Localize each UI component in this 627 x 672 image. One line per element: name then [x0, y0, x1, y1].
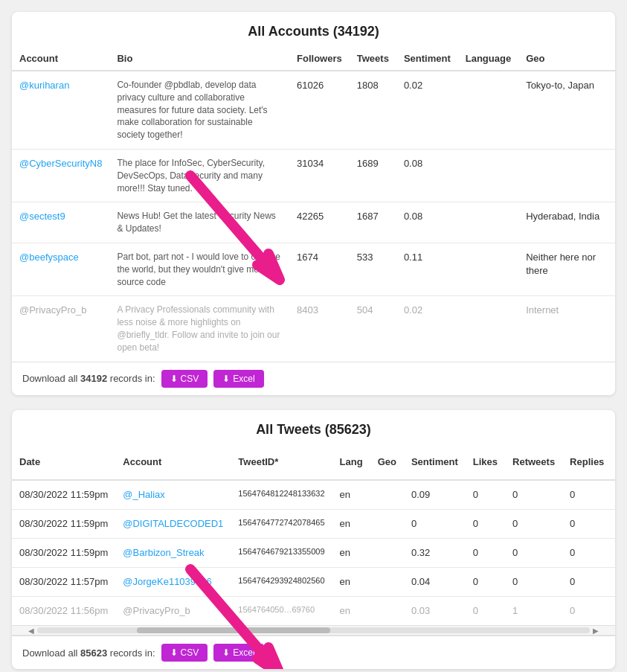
col-sentiment: Sentiment [396, 47, 458, 71]
retweets-cell: 0 [505, 509, 562, 538]
download-icon: ⬇ [170, 374, 178, 384]
tweetid-cell: 1564764772742078465 [231, 509, 332, 538]
link-domain-cell [611, 538, 615, 567]
account-link[interactable]: @PrivacyPro_b [19, 304, 87, 316]
replies-cell: 0 [562, 480, 611, 510]
horizontal-scrollbar[interactable]: ◀ ▶ [12, 625, 615, 636]
account-cell: @sectest9 [12, 202, 109, 243]
geo-cell [370, 480, 404, 510]
tweets-csv-button[interactable]: ⬇ CSV [161, 644, 208, 662]
geo-cell: Tokyo-to, Japan [518, 71, 615, 149]
geo-cell [370, 509, 404, 538]
scroll-left-icon[interactable]: ◀ [25, 627, 37, 635]
account-link[interactable]: @kuriharan [19, 80, 69, 91]
accounts-table-scroll[interactable]: Account Bio Followers Tweets Sentiment L… [12, 47, 615, 362]
scrollbar-thumb[interactable] [137, 627, 330, 633]
sentiment-cell: 0.02 [396, 296, 458, 362]
retweets-cell: 0 [505, 480, 562, 510]
account-cell: @Barbizon_Streak [115, 538, 231, 567]
sentiment-cell: 0.02 [396, 71, 458, 149]
accounts-title: All Accounts (34192) [12, 12, 615, 47]
geo-cell: Internet [518, 296, 615, 362]
col-date: Date [12, 445, 115, 480]
accounts-table-row: @kuriharan Co-founder @pbdlab, develop d… [12, 71, 615, 149]
scroll-right-icon[interactable]: ▶ [590, 627, 602, 635]
followers-cell: 42265 [289, 202, 350, 243]
sentiment-cell: 0.32 [404, 538, 466, 567]
replies-cell: 0 [562, 509, 611, 538]
col-bio: Bio [109, 47, 289, 71]
tweets-table-row: 08/30/2022 11:59pm @Barbizon_Streak 1564… [12, 538, 615, 567]
account-cell: @PrivacyPro_b [12, 296, 109, 362]
tweet-account-link[interactable]: @_Haliax [123, 489, 165, 500]
accounts-table-row: @sectest9 News Hub! Get the latest Secur… [12, 202, 615, 243]
tweets-table-scroll[interactable]: Date Account TweetID* Lang Geo Sentiment… [12, 445, 615, 626]
col-tweets: Tweets [350, 47, 396, 71]
account-cell: @DIGITALDECODED1 [115, 509, 231, 538]
replies-cell: 0 [562, 597, 611, 626]
link-domain-cell: twitter.com [611, 597, 615, 626]
tweet-account-link[interactable]: @Barbizon_Streak [123, 547, 204, 558]
account-link[interactable]: @beefyspace [19, 252, 79, 263]
col-account: Account [12, 47, 109, 71]
col-geo: Geo [518, 47, 615, 71]
tweets-title: All Tweets (85623) [12, 410, 615, 445]
date-cell: 08/30/2022 11:59pm [12, 509, 115, 538]
retweets-cell: 1 [505, 597, 562, 626]
bio-cell: A Privacy Professionals community with l… [109, 296, 289, 362]
followers-cell: 1674 [289, 243, 350, 295]
sentiment-cell: 0.04 [404, 568, 466, 597]
col-sentiment: Sentiment [404, 445, 466, 480]
tweet-account-link[interactable]: @DIGITALDECODED1 [123, 518, 223, 529]
account-cell: @CyberSecurityN8 [12, 149, 109, 202]
col-replies: Replies [562, 445, 611, 480]
date-cell: 08/30/2022 11:57pm [12, 568, 115, 597]
date-cell: 08/30/2022 11:59pm [12, 538, 115, 567]
col-link-domain: LinkDomain [611, 445, 615, 480]
followers-cell: 61026 [289, 71, 350, 149]
download-icon-csv: ⬇ [170, 647, 178, 658]
tweet-account-link[interactable]: @JorgeKe11039466 [123, 576, 211, 587]
accounts-table-row: @CyberSecurityN8 The place for InfoSec, … [12, 149, 615, 202]
tweets-cell: 533 [350, 243, 396, 295]
followers-cell: 8403 [289, 296, 350, 362]
retweets-cell: 0 [505, 568, 562, 597]
replies-cell: 0 [562, 568, 611, 597]
retweets-cell: 0 [505, 538, 562, 567]
geo-cell [518, 149, 615, 202]
tweets-excel-button[interactable]: ⬇ Excel [213, 644, 263, 662]
tweets-cell: 1687 [350, 202, 396, 243]
geo-cell [370, 597, 404, 626]
col-language: Language [458, 47, 518, 71]
download-icon-excel2: ⬇ [222, 647, 230, 658]
scrollbar-track[interactable] [37, 627, 590, 633]
accounts-excel-button[interactable]: ⬇ Excel [213, 370, 263, 388]
sentiment-cell: 0.08 [396, 202, 458, 243]
sentiment-cell: 0.09 [404, 480, 466, 510]
account-cell: @_Haliax [115, 480, 231, 510]
likes-cell: 0 [466, 597, 505, 626]
tweets-cell: 1689 [350, 149, 396, 202]
account-link[interactable]: @sectest9 [19, 211, 65, 222]
bio-cell: News Hub! Get the latest Security News &… [109, 202, 289, 243]
col-lang: Lang [332, 445, 370, 480]
col-geo: Geo [370, 445, 404, 480]
language-cell [458, 296, 518, 362]
tweets-cell: 504 [350, 296, 396, 362]
likes-cell: 0 [466, 509, 505, 538]
account-link[interactable]: @CyberSecurityN8 [19, 158, 102, 169]
download-icon-excel: ⬇ [222, 374, 230, 384]
tweet-account-link[interactable]: @PrivacyPro_b [123, 605, 190, 616]
tweetid-cell: 1564764679213355009 [231, 538, 332, 567]
accounts-csv-button[interactable]: ⬇ CSV [161, 370, 208, 388]
likes-cell: 0 [466, 480, 505, 510]
sentiment-cell: 0.11 [396, 243, 458, 295]
date-cell: 08/30/2022 11:59pm [12, 480, 115, 510]
tweets-panel: All Tweets (85623) Date Account TweetID*… [12, 410, 615, 670]
geo-cell [370, 538, 404, 567]
accounts-footer-text: Download all 34192 records in: [22, 373, 155, 384]
lang-cell: en [332, 480, 370, 510]
tweets-table-row: 08/30/2022 11:57pm @JorgeKe11039466 1564… [12, 568, 615, 597]
followers-cell: 31034 [289, 149, 350, 202]
geo-cell [370, 568, 404, 597]
